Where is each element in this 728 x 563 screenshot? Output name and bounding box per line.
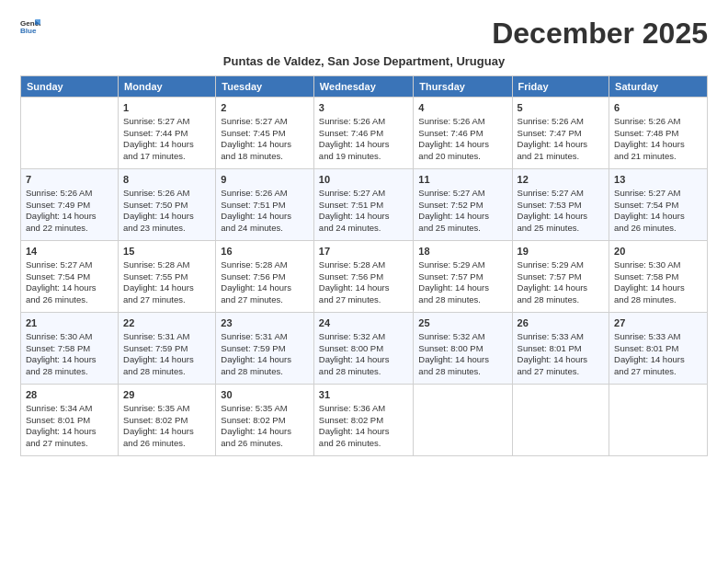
calendar-cell: 27Sunrise: 5:33 AMSunset: 8:01 PMDayligh… bbox=[609, 313, 708, 385]
day-info: Daylight: 14 hours bbox=[418, 139, 506, 151]
day-info: Daylight: 14 hours bbox=[319, 282, 409, 294]
day-info: Daylight: 14 hours bbox=[418, 211, 506, 223]
day-info: and 28 minutes. bbox=[518, 294, 605, 306]
day-info: Daylight: 14 hours bbox=[26, 426, 113, 438]
logo-icon: General Blue bbox=[20, 17, 40, 37]
day-info: and 28 minutes. bbox=[123, 366, 210, 378]
col-tuesday: Tuesday bbox=[216, 76, 314, 98]
calendar-cell: 29Sunrise: 5:35 AMSunset: 8:02 PMDayligh… bbox=[119, 385, 216, 456]
week-row-2: 7Sunrise: 5:26 AMSunset: 7:49 PMDaylight… bbox=[21, 169, 708, 241]
calendar-cell: 5Sunrise: 5:26 AMSunset: 7:47 PMDaylight… bbox=[512, 98, 609, 169]
page: General Blue December 2025 Puntas de Val… bbox=[0, 0, 728, 563]
day-number: 6 bbox=[614, 101, 702, 115]
day-info: Daylight: 14 hours bbox=[418, 282, 506, 294]
day-info: Sunrise: 5:30 AM bbox=[614, 259, 702, 271]
day-number: 13 bbox=[614, 173, 702, 187]
calendar-cell: 30Sunrise: 5:35 AMSunset: 8:02 PMDayligh… bbox=[216, 385, 314, 456]
day-info: Sunset: 7:52 PM bbox=[418, 200, 506, 212]
day-info: Sunrise: 5:33 AM bbox=[614, 331, 702, 343]
day-info: Sunrise: 5:26 AM bbox=[518, 116, 605, 128]
day-number: 27 bbox=[614, 316, 702, 330]
day-info: Sunset: 7:54 PM bbox=[614, 200, 702, 212]
calendar-cell: 21Sunrise: 5:30 AMSunset: 7:58 PMDayligh… bbox=[21, 313, 119, 385]
calendar-cell: 1Sunrise: 5:27 AMSunset: 7:44 PMDaylight… bbox=[119, 98, 216, 169]
day-info: Sunrise: 5:27 AM bbox=[614, 188, 702, 200]
day-number: 23 bbox=[221, 316, 309, 330]
day-info: Sunrise: 5:29 AM bbox=[518, 259, 605, 271]
week-row-1: 1Sunrise: 5:27 AMSunset: 7:44 PMDaylight… bbox=[21, 98, 708, 169]
day-number: 29 bbox=[123, 388, 210, 402]
day-info: and 26 minutes. bbox=[319, 438, 409, 450]
day-info: Sunrise: 5:29 AM bbox=[418, 259, 506, 271]
day-info: and 27 minutes. bbox=[123, 294, 210, 306]
day-number: 14 bbox=[26, 245, 113, 259]
day-number: 21 bbox=[26, 316, 113, 330]
day-info: Sunrise: 5:28 AM bbox=[221, 259, 309, 271]
calendar-cell: 12Sunrise: 5:27 AMSunset: 7:53 PMDayligh… bbox=[512, 169, 609, 241]
day-info: Sunset: 7:57 PM bbox=[518, 271, 605, 283]
calendar-cell: 4Sunrise: 5:26 AMSunset: 7:46 PMDaylight… bbox=[414, 98, 512, 169]
day-info: Sunset: 7:59 PM bbox=[123, 343, 210, 355]
day-number: 31 bbox=[319, 388, 409, 402]
day-number: 3 bbox=[319, 101, 409, 115]
day-number: 5 bbox=[518, 101, 605, 115]
calendar-cell: 14Sunrise: 5:27 AMSunset: 7:54 PMDayligh… bbox=[21, 241, 119, 313]
day-info: Sunrise: 5:28 AM bbox=[123, 259, 210, 271]
day-number: 11 bbox=[418, 173, 506, 187]
day-number: 25 bbox=[418, 316, 506, 330]
day-info: Sunset: 7:47 PM bbox=[518, 128, 605, 140]
calendar-cell: 18Sunrise: 5:29 AMSunset: 7:57 PMDayligh… bbox=[414, 241, 512, 313]
day-info: and 28 minutes. bbox=[221, 366, 309, 378]
day-info: Sunrise: 5:27 AM bbox=[319, 188, 409, 200]
calendar-cell: 9Sunrise: 5:26 AMSunset: 7:51 PMDaylight… bbox=[216, 169, 314, 241]
day-info: and 22 minutes. bbox=[26, 223, 113, 235]
day-info: Sunrise: 5:32 AM bbox=[319, 331, 409, 343]
calendar-cell: 13Sunrise: 5:27 AMSunset: 7:54 PMDayligh… bbox=[609, 169, 708, 241]
day-info: Daylight: 14 hours bbox=[518, 354, 605, 366]
day-info: Sunrise: 5:35 AM bbox=[123, 403, 210, 415]
day-info: Sunset: 8:00 PM bbox=[418, 343, 506, 355]
day-info: Daylight: 14 hours bbox=[123, 139, 210, 151]
calendar-cell: 7Sunrise: 5:26 AMSunset: 7:49 PMDaylight… bbox=[21, 169, 119, 241]
day-info: Sunset: 7:58 PM bbox=[614, 271, 702, 283]
calendar-cell: 17Sunrise: 5:28 AMSunset: 7:56 PMDayligh… bbox=[313, 241, 414, 313]
calendar-cell: 8Sunrise: 5:26 AMSunset: 7:50 PMDaylight… bbox=[119, 169, 216, 241]
day-info: Sunset: 7:44 PM bbox=[123, 128, 210, 140]
day-number: 15 bbox=[123, 245, 210, 259]
day-info: and 19 minutes. bbox=[319, 151, 409, 163]
day-info: Daylight: 14 hours bbox=[319, 139, 409, 151]
week-row-3: 14Sunrise: 5:27 AMSunset: 7:54 PMDayligh… bbox=[21, 241, 708, 313]
day-number: 30 bbox=[221, 388, 309, 402]
day-info: Sunrise: 5:27 AM bbox=[418, 188, 506, 200]
day-info: and 28 minutes. bbox=[418, 366, 506, 378]
day-info: and 27 minutes. bbox=[614, 366, 702, 378]
day-info: Sunset: 7:48 PM bbox=[614, 128, 702, 140]
col-saturday: Saturday bbox=[609, 76, 708, 98]
day-number: 10 bbox=[319, 173, 409, 187]
day-info: Daylight: 14 hours bbox=[221, 211, 309, 223]
day-info: and 28 minutes. bbox=[418, 294, 506, 306]
day-info: Sunrise: 5:26 AM bbox=[123, 188, 210, 200]
day-info: Daylight: 14 hours bbox=[518, 139, 605, 151]
day-info: and 18 minutes. bbox=[221, 151, 309, 163]
day-info: Sunset: 7:46 PM bbox=[319, 128, 409, 140]
day-info: Sunrise: 5:31 AM bbox=[221, 331, 309, 343]
day-info: Sunset: 7:57 PM bbox=[418, 271, 506, 283]
day-info: and 27 minutes. bbox=[221, 294, 309, 306]
calendar-cell: 28Sunrise: 5:34 AMSunset: 8:01 PMDayligh… bbox=[21, 385, 119, 456]
calendar-cell: 16Sunrise: 5:28 AMSunset: 7:56 PMDayligh… bbox=[216, 241, 314, 313]
day-info: Sunrise: 5:30 AM bbox=[26, 331, 113, 343]
day-info: Sunset: 7:46 PM bbox=[418, 128, 506, 140]
page-title: December 2025 bbox=[492, 17, 708, 51]
day-info: Sunset: 7:56 PM bbox=[221, 271, 309, 283]
day-info: Sunset: 8:02 PM bbox=[319, 415, 409, 427]
day-info: Sunrise: 5:27 AM bbox=[221, 116, 309, 128]
day-info: Sunset: 7:59 PM bbox=[221, 343, 309, 355]
day-info: Sunset: 7:45 PM bbox=[221, 128, 309, 140]
day-number: 9 bbox=[221, 173, 309, 187]
day-info: Sunrise: 5:31 AM bbox=[123, 331, 210, 343]
day-info: Sunset: 7:58 PM bbox=[26, 343, 113, 355]
week-row-4: 21Sunrise: 5:30 AMSunset: 7:58 PMDayligh… bbox=[21, 313, 708, 385]
day-number: 28 bbox=[26, 388, 113, 402]
day-info: Sunrise: 5:27 AM bbox=[518, 188, 605, 200]
